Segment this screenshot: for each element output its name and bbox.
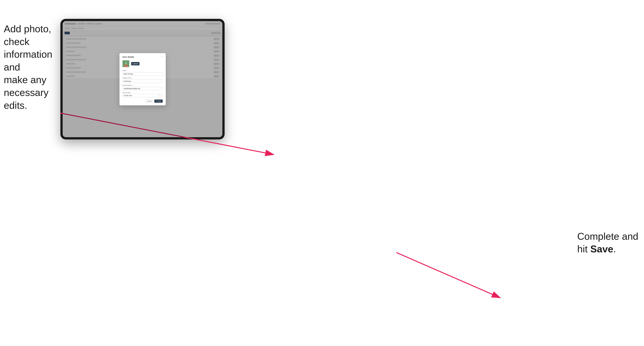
save-icon: ⬆ [156, 100, 157, 102]
display-name-label: Display name [122, 77, 163, 79]
school-year-select[interactable]: First Year Second Year Third Year Fourth… [122, 94, 163, 97]
modal-footer: Cancel ⬆ Save [122, 100, 163, 103]
email-label: Email address [122, 84, 163, 86]
display-name-field-group: Display name [122, 77, 163, 83]
school-year-field-group: School Year First Year Second Year Third… [122, 92, 163, 97]
display-name-input[interactable] [122, 80, 163, 83]
name-field-group: Name [122, 70, 163, 76]
modal-overlay: User details × Upload Name [63, 21, 222, 137]
school-year-select-wrap: First Year Second Year Third Year Fourth… [122, 94, 163, 97]
photo-upload-row: Upload [122, 60, 163, 67]
select-icons: ✕ ⌄ [159, 95, 162, 96]
tablet-device: User details × Upload Name [60, 19, 224, 140]
upload-button[interactable]: Upload [131, 62, 140, 65]
svg-line-3 [396, 253, 500, 298]
cancel-button[interactable]: Cancel [145, 100, 153, 103]
name-label: Name [122, 70, 163, 71]
avatar [122, 60, 129, 67]
avatar-figure [124, 62, 128, 67]
chevron-down-icon: ⌄ [161, 95, 162, 96]
modal-title: User details [122, 56, 134, 58]
email-input[interactable] [122, 87, 163, 90]
close-icon[interactable]: × [162, 56, 163, 58]
name-input[interactable] [122, 72, 163, 76]
user-details-modal: User details × Upload Name [120, 53, 166, 105]
avatar-head [125, 62, 127, 64]
save-label: Save [158, 100, 161, 102]
modal-header: User details × [122, 56, 163, 58]
email-field-group: Email address [122, 84, 163, 90]
tablet-screen: User details × Upload Name [63, 21, 222, 137]
avatar-body [124, 64, 128, 67]
annotation-right: Complete and hit Save. [577, 230, 638, 256]
annotation-left: Add photo, check information and make an… [4, 23, 56, 112]
school-year-label: School Year [122, 92, 163, 93]
save-button[interactable]: ⬆ Save [154, 100, 162, 103]
clear-icon: ✕ [159, 95, 160, 96]
